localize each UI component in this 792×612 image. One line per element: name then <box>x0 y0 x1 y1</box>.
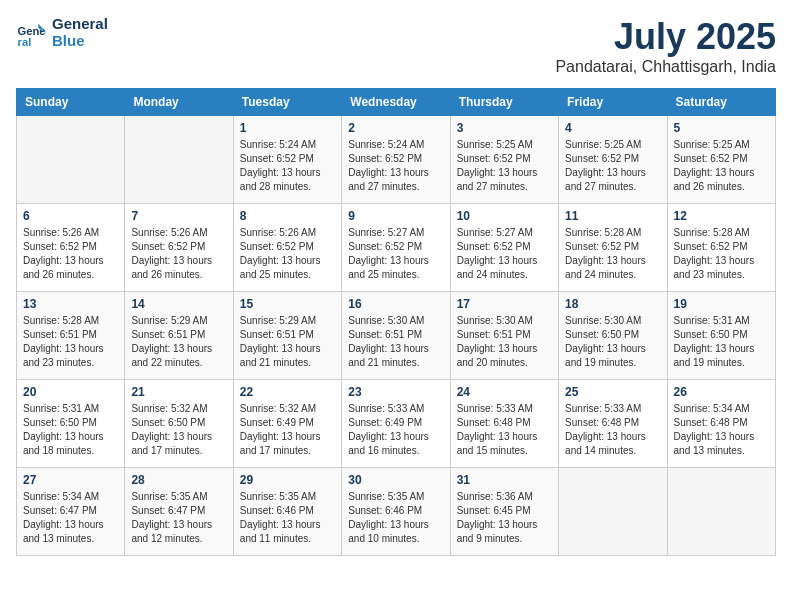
day-number: 25 <box>565 385 660 399</box>
calendar-table: SundayMondayTuesdayWednesdayThursdayFrid… <box>16 88 776 556</box>
day-info: Sunrise: 5:24 AMSunset: 6:52 PMDaylight:… <box>348 138 443 194</box>
weekday-header-friday: Friday <box>559 89 667 116</box>
calendar-cell: 31Sunrise: 5:36 AMSunset: 6:45 PMDayligh… <box>450 468 558 556</box>
day-number: 22 <box>240 385 335 399</box>
page-subtitle: Pandatarai, Chhattisgarh, India <box>555 58 776 76</box>
calendar-cell: 4Sunrise: 5:25 AMSunset: 6:52 PMDaylight… <box>559 116 667 204</box>
calendar-cell <box>17 116 125 204</box>
day-number: 4 <box>565 121 660 135</box>
calendar-cell: 8Sunrise: 5:26 AMSunset: 6:52 PMDaylight… <box>233 204 341 292</box>
weekday-header-monday: Monday <box>125 89 233 116</box>
calendar-cell <box>559 468 667 556</box>
day-number: 12 <box>674 209 769 223</box>
day-number: 19 <box>674 297 769 311</box>
day-info: Sunrise: 5:34 AMSunset: 6:48 PMDaylight:… <box>674 402 769 458</box>
day-info: Sunrise: 5:26 AMSunset: 6:52 PMDaylight:… <box>23 226 118 282</box>
weekday-header-sunday: Sunday <box>17 89 125 116</box>
day-info: Sunrise: 5:30 AMSunset: 6:51 PMDaylight:… <box>348 314 443 370</box>
day-number: 7 <box>131 209 226 223</box>
day-number: 16 <box>348 297 443 311</box>
week-row-1: 1Sunrise: 5:24 AMSunset: 6:52 PMDaylight… <box>17 116 776 204</box>
week-row-2: 6Sunrise: 5:26 AMSunset: 6:52 PMDaylight… <box>17 204 776 292</box>
day-info: Sunrise: 5:31 AMSunset: 6:50 PMDaylight:… <box>674 314 769 370</box>
day-info: Sunrise: 5:32 AMSunset: 6:49 PMDaylight:… <box>240 402 335 458</box>
day-number: 24 <box>457 385 552 399</box>
calendar-cell: 18Sunrise: 5:30 AMSunset: 6:50 PMDayligh… <box>559 292 667 380</box>
calendar-cell: 15Sunrise: 5:29 AMSunset: 6:51 PMDayligh… <box>233 292 341 380</box>
day-number: 17 <box>457 297 552 311</box>
day-number: 2 <box>348 121 443 135</box>
day-number: 31 <box>457 473 552 487</box>
calendar-cell: 3Sunrise: 5:25 AMSunset: 6:52 PMDaylight… <box>450 116 558 204</box>
page-header: Gene ral General Blue July 2025 Pandatar… <box>16 16 776 76</box>
day-info: Sunrise: 5:36 AMSunset: 6:45 PMDaylight:… <box>457 490 552 546</box>
day-number: 8 <box>240 209 335 223</box>
svg-text:Gene: Gene <box>18 24 46 36</box>
calendar-cell: 7Sunrise: 5:26 AMSunset: 6:52 PMDaylight… <box>125 204 233 292</box>
day-info: Sunrise: 5:35 AMSunset: 6:46 PMDaylight:… <box>348 490 443 546</box>
day-info: Sunrise: 5:27 AMSunset: 6:52 PMDaylight:… <box>348 226 443 282</box>
day-info: Sunrise: 5:26 AMSunset: 6:52 PMDaylight:… <box>131 226 226 282</box>
day-number: 3 <box>457 121 552 135</box>
day-info: Sunrise: 5:25 AMSunset: 6:52 PMDaylight:… <box>674 138 769 194</box>
calendar-cell: 23Sunrise: 5:33 AMSunset: 6:49 PMDayligh… <box>342 380 450 468</box>
day-number: 10 <box>457 209 552 223</box>
calendar-cell: 13Sunrise: 5:28 AMSunset: 6:51 PMDayligh… <box>17 292 125 380</box>
day-number: 14 <box>131 297 226 311</box>
day-number: 30 <box>348 473 443 487</box>
day-info: Sunrise: 5:33 AMSunset: 6:49 PMDaylight:… <box>348 402 443 458</box>
day-info: Sunrise: 5:30 AMSunset: 6:50 PMDaylight:… <box>565 314 660 370</box>
page-title: July 2025 <box>555 16 776 58</box>
day-number: 28 <box>131 473 226 487</box>
day-number: 29 <box>240 473 335 487</box>
day-number: 18 <box>565 297 660 311</box>
weekday-header-thursday: Thursday <box>450 89 558 116</box>
calendar-cell: 19Sunrise: 5:31 AMSunset: 6:50 PMDayligh… <box>667 292 775 380</box>
calendar-cell: 16Sunrise: 5:30 AMSunset: 6:51 PMDayligh… <box>342 292 450 380</box>
day-number: 13 <box>23 297 118 311</box>
day-info: Sunrise: 5:31 AMSunset: 6:50 PMDaylight:… <box>23 402 118 458</box>
day-info: Sunrise: 5:30 AMSunset: 6:51 PMDaylight:… <box>457 314 552 370</box>
calendar-cell: 14Sunrise: 5:29 AMSunset: 6:51 PMDayligh… <box>125 292 233 380</box>
day-info: Sunrise: 5:29 AMSunset: 6:51 PMDaylight:… <box>131 314 226 370</box>
calendar-cell <box>667 468 775 556</box>
day-info: Sunrise: 5:32 AMSunset: 6:50 PMDaylight:… <box>131 402 226 458</box>
logo: Gene ral General Blue <box>16 16 108 49</box>
weekday-header-row: SundayMondayTuesdayWednesdayThursdayFrid… <box>17 89 776 116</box>
day-number: 1 <box>240 121 335 135</box>
calendar-cell: 6Sunrise: 5:26 AMSunset: 6:52 PMDaylight… <box>17 204 125 292</box>
day-info: Sunrise: 5:34 AMSunset: 6:47 PMDaylight:… <box>23 490 118 546</box>
day-number: 11 <box>565 209 660 223</box>
week-row-3: 13Sunrise: 5:28 AMSunset: 6:51 PMDayligh… <box>17 292 776 380</box>
calendar-cell: 5Sunrise: 5:25 AMSunset: 6:52 PMDaylight… <box>667 116 775 204</box>
day-number: 5 <box>674 121 769 135</box>
day-number: 20 <box>23 385 118 399</box>
logo-text-line2: Blue <box>52 33 108 50</box>
calendar-cell: 12Sunrise: 5:28 AMSunset: 6:52 PMDayligh… <box>667 204 775 292</box>
calendar-cell: 28Sunrise: 5:35 AMSunset: 6:47 PMDayligh… <box>125 468 233 556</box>
logo-icon: Gene ral <box>16 17 48 49</box>
calendar-cell: 10Sunrise: 5:27 AMSunset: 6:52 PMDayligh… <box>450 204 558 292</box>
calendar-cell: 1Sunrise: 5:24 AMSunset: 6:52 PMDaylight… <box>233 116 341 204</box>
title-area: July 2025 Pandatarai, Chhattisgarh, Indi… <box>555 16 776 76</box>
calendar-cell: 20Sunrise: 5:31 AMSunset: 6:50 PMDayligh… <box>17 380 125 468</box>
day-number: 6 <box>23 209 118 223</box>
calendar-cell: 26Sunrise: 5:34 AMSunset: 6:48 PMDayligh… <box>667 380 775 468</box>
day-info: Sunrise: 5:26 AMSunset: 6:52 PMDaylight:… <box>240 226 335 282</box>
weekday-header-tuesday: Tuesday <box>233 89 341 116</box>
day-number: 23 <box>348 385 443 399</box>
day-number: 27 <box>23 473 118 487</box>
weekday-header-wednesday: Wednesday <box>342 89 450 116</box>
calendar-cell: 29Sunrise: 5:35 AMSunset: 6:46 PMDayligh… <box>233 468 341 556</box>
calendar-cell: 22Sunrise: 5:32 AMSunset: 6:49 PMDayligh… <box>233 380 341 468</box>
day-number: 21 <box>131 385 226 399</box>
calendar-cell: 21Sunrise: 5:32 AMSunset: 6:50 PMDayligh… <box>125 380 233 468</box>
day-info: Sunrise: 5:35 AMSunset: 6:46 PMDaylight:… <box>240 490 335 546</box>
day-number: 9 <box>348 209 443 223</box>
day-info: Sunrise: 5:24 AMSunset: 6:52 PMDaylight:… <box>240 138 335 194</box>
day-info: Sunrise: 5:28 AMSunset: 6:51 PMDaylight:… <box>23 314 118 370</box>
day-info: Sunrise: 5:28 AMSunset: 6:52 PMDaylight:… <box>565 226 660 282</box>
day-info: Sunrise: 5:33 AMSunset: 6:48 PMDaylight:… <box>457 402 552 458</box>
day-info: Sunrise: 5:27 AMSunset: 6:52 PMDaylight:… <box>457 226 552 282</box>
day-number: 26 <box>674 385 769 399</box>
